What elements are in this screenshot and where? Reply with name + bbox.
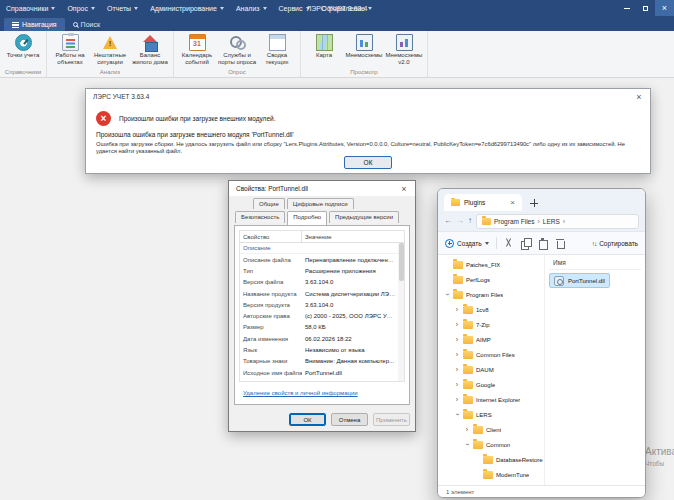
sort-button[interactable]: Сортировать bbox=[592, 240, 638, 247]
tree-item-google[interactable]: Google bbox=[438, 377, 544, 392]
cancel-button[interactable]: Отмена bbox=[331, 413, 368, 426]
minimize-icon bbox=[624, 8, 630, 9]
paste-icon[interactable] bbox=[538, 238, 548, 248]
ribbon-button-neshtatnye-situacii[interactable]: Нештатные ситуации bbox=[90, 33, 130, 68]
ribbon-button-balans-zhilogo-doma[interactable]: Баланс жилого дома bbox=[130, 33, 170, 68]
chevron-right-icon[interactable] bbox=[454, 381, 460, 388]
breadcrumb-lers[interactable]: LERS bbox=[543, 218, 560, 225]
tree-item-modemtune[interactable]: ModemTune bbox=[438, 467, 544, 482]
ok-button[interactable]: ОК bbox=[289, 413, 326, 426]
file-item-porttunnel-dll[interactable]: PortTunnel.dll bbox=[549, 273, 610, 288]
property-row-file-description[interactable]: Описание файлаПеренаправление подключени… bbox=[240, 254, 404, 265]
tree-item-1cv8[interactable]: 1cv8 bbox=[438, 302, 544, 317]
menu-opros[interactable]: Опрос bbox=[61, 0, 101, 16]
tab-close-icon[interactable] bbox=[510, 198, 515, 207]
tree-item-patches-fix[interactable]: Patches_FIX bbox=[438, 257, 544, 272]
tree-item-common-files[interactable]: Common Files bbox=[438, 347, 544, 362]
maximize-button[interactable] bbox=[636, 0, 655, 16]
chevron-down-icon[interactable] bbox=[444, 291, 450, 298]
tree-item-7zip[interactable]: 7-Zip bbox=[438, 317, 544, 332]
chevron-right-icon[interactable] bbox=[464, 426, 470, 433]
column-header-property[interactable]: Свойство bbox=[240, 231, 302, 242]
properties-list: Свойство Значение Описание Описание файл… bbox=[239, 230, 405, 382]
tab-previous-versions[interactable]: Предыдущие версии bbox=[329, 211, 399, 223]
tree-item-lers[interactable]: LERS bbox=[438, 407, 544, 422]
new-button[interactable]: Создать bbox=[445, 239, 489, 248]
tree-item-databaserestore[interactable]: DatabaseRestore bbox=[438, 452, 544, 467]
close-icon[interactable] bbox=[393, 181, 415, 196]
tree-item-program-files[interactable]: Program Files bbox=[438, 287, 544, 302]
column-header-name[interactable]: Имя bbox=[549, 257, 641, 270]
chevron-down-icon[interactable] bbox=[454, 411, 460, 418]
tree-item-perflogs[interactable]: PerfLogs bbox=[438, 272, 544, 287]
explorer-tab-plugins[interactable]: Plugins bbox=[444, 194, 522, 211]
ribbon-button-kalendar-sobytij[interactable]: 31 Календарь событий bbox=[177, 33, 217, 68]
property-row-copyright[interactable]: Авторские права(c) 2000 - 2025, ООО ЛЭРС… bbox=[240, 310, 404, 321]
menu-administrirovanie[interactable]: Администрирование bbox=[144, 0, 230, 16]
chevron-right-icon[interactable] bbox=[454, 351, 460, 358]
property-row-size[interactable]: Размер58,0 КБ bbox=[240, 322, 404, 333]
tree-item-aimp[interactable]: AIMP bbox=[438, 332, 544, 347]
tab-security[interactable]: Безопасность bbox=[235, 211, 285, 223]
chevron-down-icon[interactable] bbox=[464, 441, 470, 448]
property-row-trademarks[interactable]: Товарные знакиВнимание: Данная компьютер… bbox=[240, 356, 404, 367]
minimize-button[interactable] bbox=[617, 0, 636, 16]
tab-general[interactable]: Общие bbox=[253, 198, 285, 209]
ribbon-button-mnemoshemy-v2[interactable]: Мнемосхемы v2.0 bbox=[384, 33, 424, 68]
property-row-language[interactable]: ЯзыкНезависимо от языка bbox=[240, 344, 404, 355]
tab-search[interactable]: Поиск bbox=[65, 18, 108, 31]
property-row-product-name[interactable]: Название продуктаСистема диспетчеризации… bbox=[240, 288, 404, 299]
menu-analiz[interactable]: Анализ bbox=[230, 0, 273, 16]
cut-icon[interactable] bbox=[504, 238, 514, 248]
breadcrumb-program-files[interactable]: Program Files bbox=[494, 218, 534, 225]
property-row-type[interactable]: ТипРасширение приложения bbox=[240, 265, 404, 276]
chevron-right-icon[interactable] bbox=[454, 366, 460, 373]
chevron-right-icon[interactable] bbox=[454, 336, 460, 343]
copy-icon[interactable] bbox=[521, 238, 531, 248]
scrollbar[interactable] bbox=[398, 243, 404, 381]
tree-item-internet-explorer[interactable]: Internet Explorer bbox=[438, 392, 544, 407]
tab-digital-signatures[interactable]: Цифровые подписи bbox=[287, 198, 354, 209]
ribbon-button-karta[interactable]: Карта bbox=[304, 33, 344, 68]
up-icon[interactable]: ↑ bbox=[468, 217, 472, 225]
close-icon[interactable] bbox=[628, 89, 650, 104]
scrollbar-thumb[interactable] bbox=[399, 243, 404, 281]
ribbon-button-tochki-ucheta[interactable]: Точки учета bbox=[3, 33, 43, 68]
worklist-icon bbox=[62, 34, 79, 51]
search-icon bbox=[73, 22, 78, 27]
error-dialog-title: ЛЭРС УЧЕТ 3.63.4 bbox=[93, 93, 149, 100]
chevron-right-icon[interactable] bbox=[454, 396, 460, 403]
tree-item-common[interactable]: Common bbox=[438, 437, 544, 452]
forward-icon[interactable]: → bbox=[456, 217, 464, 225]
property-row-file-version[interactable]: Версия файла3.63.104.0 bbox=[240, 277, 404, 288]
chevron-right-icon[interactable] bbox=[454, 306, 460, 313]
tab-details[interactable]: Подробно bbox=[287, 211, 327, 225]
breadcrumb[interactable]: Program Files LERS bbox=[476, 214, 639, 229]
ribbon-button-raboty-na-obektah[interactable]: Работы на объектах bbox=[50, 33, 90, 68]
tab-navigation[interactable]: Навигация bbox=[4, 18, 65, 31]
error-ok-button[interactable]: ОК bbox=[344, 156, 392, 169]
chevron-right-icon[interactable] bbox=[454, 321, 460, 328]
ribbon-button-sluzhby-i-porty-oprosa[interactable]: Службы и порты опроса bbox=[217, 33, 257, 68]
ribbon-button-label: Календарь событий bbox=[177, 52, 217, 65]
ribbon-button-svodka-tekushchih[interactable]: Сводка текущих bbox=[257, 33, 297, 68]
menu-otchety[interactable]: Отчеты bbox=[101, 0, 144, 16]
delete-icon[interactable] bbox=[555, 238, 565, 248]
nav-tab-row: Навигация Поиск bbox=[0, 16, 674, 31]
menu-spravochniki[interactable]: Справочники bbox=[0, 0, 61, 16]
remove-properties-link[interactable]: Удаление свойств и личной информации bbox=[243, 390, 358, 396]
error-dialog-titlebar[interactable]: ЛЭРС УЧЕТ 3.63.4 bbox=[86, 89, 650, 104]
back-icon[interactable]: ← bbox=[444, 217, 452, 225]
column-header-value[interactable]: Значение bbox=[302, 234, 404, 240]
apply-button[interactable]: Применить bbox=[373, 413, 410, 426]
property-row-product-version[interactable]: Версия продукта3.63.104.0 bbox=[240, 299, 404, 310]
property-row-original-filename[interactable]: Исходное имя файлаPortTunnel.dll bbox=[240, 367, 404, 378]
tree-item-client[interactable]: Client bbox=[438, 422, 544, 437]
new-tab-button[interactable] bbox=[530, 199, 538, 207]
tree-item-daum[interactable]: DAUM bbox=[438, 362, 544, 377]
close-button[interactable] bbox=[655, 0, 674, 16]
properties-dialog-titlebar[interactable]: Свойства: PortTunnel.dll bbox=[229, 181, 415, 196]
property-row-date-modified[interactable]: Дата изменения06.02.2026 18:22 bbox=[240, 333, 404, 344]
properties-group-description: Описание bbox=[240, 243, 404, 254]
ribbon-button-mnemoshemy[interactable]: Мнемосхемы bbox=[344, 33, 384, 68]
